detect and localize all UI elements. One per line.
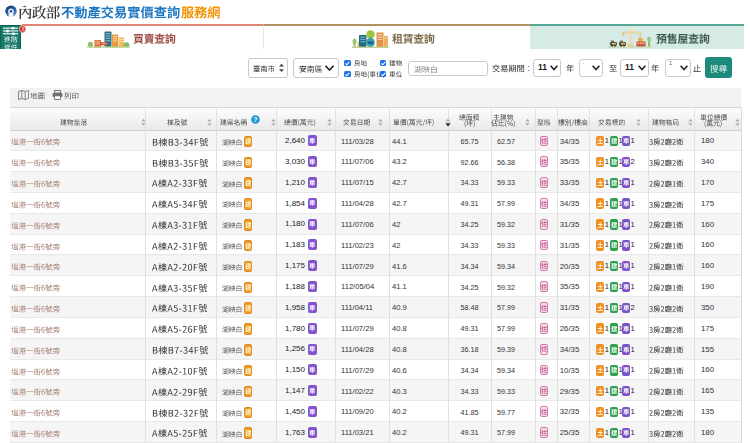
- svg-text:?: ?: [253, 116, 257, 123]
